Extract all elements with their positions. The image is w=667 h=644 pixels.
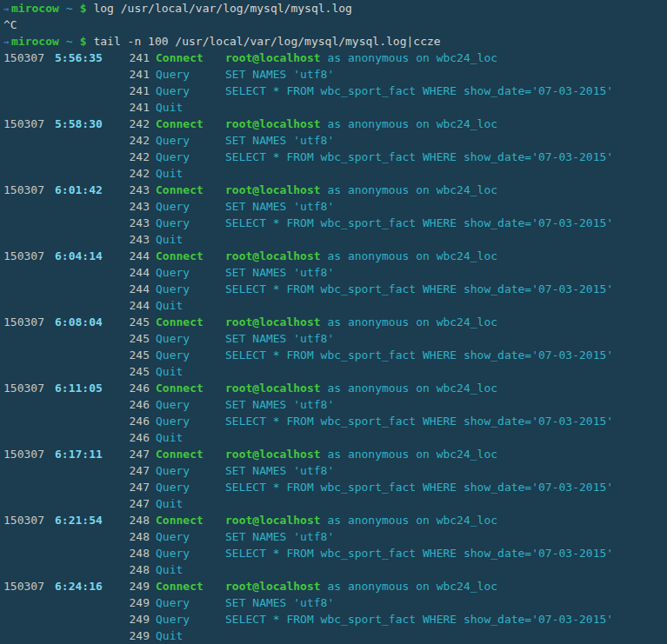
log-thread-id: 248 [129,512,150,528]
log-thread-id: 249 [129,611,150,627]
log-line: 245QuerySELECT * FROM wbc_sport_fact WHE… [0,347,667,363]
log-thread-id: 241 [129,66,150,83]
log-thread-id: 242 [129,132,150,149]
log-thread-id: 242 [129,116,150,132]
log-command: Query [156,396,225,413]
log-line: 247Quit [0,495,667,512]
log-connect-user: root@localhost [225,448,321,461]
log-command: Query [156,149,225,165]
log-thread-id: 243 [129,231,150,248]
terminal-window[interactable]: →mirocow~$log /usr/local/var/log/mysql/m… [0,0,667,644]
log-thread-id: 247 [129,462,150,479]
log-time: 6:04:14 [55,248,129,264]
log-connect-user: root@localhost [225,117,321,130]
log-connect-user: root@localhost [225,183,321,196]
log-line: 1503076:17:11247Connectroot@localhost as… [0,446,667,462]
log-thread-id: 247 [129,446,150,462]
log-thread-id: 242 [129,165,150,182]
log-thread-id: 245 [129,314,150,330]
log-line: 1503076:11:05246Connectroot@localhost as… [0,380,667,396]
log-command: Query [156,330,225,347]
log-command: Quit [156,561,225,578]
prompt-arrow-icon: → [3,1,11,17]
log-connect-user: root@localhost [225,315,321,329]
log-line: 246QuerySELECT * FROM wbc_sport_fact WHE… [0,413,667,429]
log-thread-id: 244 [129,281,150,297]
log-thread-id: 244 [129,297,150,314]
log-query-text: SELECT * FROM wbc_sport_fact WHERE show_… [225,84,613,97]
log-date: 150307 [3,578,55,594]
prompt-symbol: $ [80,2,87,15]
log-command: Query [156,198,225,215]
log-query-text: SELECT * FROM wbc_sport_fact WHERE show_… [225,547,613,560]
log-connect-detail: as anonymous on wbc24_loc [321,249,498,262]
log-query-text: SET NAMES 'utf8' [225,464,334,477]
log-line: 246QuerySET NAMES 'utf8' [0,396,667,413]
log-line: 243QuerySELECT * FROM wbc_sport_fact WHE… [0,215,667,231]
log-line: 1503075:58:30242Connectroot@localhost as… [0,116,667,132]
log-query-text: SELECT * FROM wbc_sport_fact WHERE show_… [225,481,613,494]
prompt-line-1: →mirocow~$log /usr/local/var/log/mysql/m… [0,0,667,17]
log-command: Connect [156,248,225,264]
log-query-text: SET NAMES 'utf8' [225,266,334,279]
log-command: Query [156,215,225,231]
log-command: Query [156,281,225,297]
log-date: 150307 [3,248,55,264]
log-line: 241QuerySET NAMES 'utf8' [0,66,667,83]
log-line: 242Quit [0,165,667,182]
log-command: Quit [156,429,225,446]
log-query-text: SELECT * FROM wbc_sport_fact WHERE show_… [225,150,613,163]
log-thread-id: 248 [129,528,150,545]
log-command: Query [156,132,225,149]
log-line: 241QuerySELECT * FROM wbc_sport_fact WHE… [0,83,667,99]
command-text-1: log /usr/local/var/log/mysql/mysql.log [93,2,351,15]
log-command: Query [156,479,225,495]
log-time: 6:11:05 [55,380,129,396]
prompt-arrow-icon: → [3,34,11,50]
log-command: Quit [156,297,225,314]
log-thread-id: 249 [129,627,150,644]
log-connect-detail: as anonymous on wbc24_loc [321,117,498,130]
log-date: 150307 [3,182,55,198]
log-line: 241Quit [0,99,667,116]
interrupt-line: ^C [0,17,667,33]
log-command: Query [156,66,225,83]
log-command: Query [156,545,225,561]
prompt-user: mirocow [11,2,59,15]
log-line: 247QuerySET NAMES 'utf8' [0,462,667,479]
log-date: 150307 [3,446,55,462]
log-connect-user: root@localhost [225,580,321,593]
log-line: 242QuerySELECT * FROM wbc_sport_fact WHE… [0,149,667,165]
log-thread-id: 241 [129,83,150,99]
log-thread-id: 241 [129,99,150,116]
log-query-text: SELECT * FROM wbc_sport_fact WHERE show_… [225,216,613,229]
prompt-path: ~ [66,35,73,48]
log-command: Connect [156,50,225,66]
log-time: 6:01:42 [55,182,129,198]
log-thread-id: 244 [129,264,150,281]
log-query-text: SELECT * FROM wbc_sport_fact WHERE show_… [225,415,613,428]
log-connect-detail: as anonymous on wbc24_loc [321,51,498,64]
log-line: 243Quit [0,231,667,248]
log-command: Connect [156,182,225,198]
log-line: 246Quit [0,429,667,446]
log-thread-id: 245 [129,347,150,363]
log-command: Query [156,462,225,479]
log-thread-id: 246 [129,396,150,413]
log-thread-id: 241 [129,50,150,66]
log-thread-id: 245 [129,330,150,347]
log-query-text: SET NAMES 'utf8' [225,398,334,411]
log-line: 244QuerySET NAMES 'utf8' [0,264,667,281]
log-command: Query [156,413,225,429]
log-connect-detail: as anonymous on wbc24_loc [321,183,498,196]
log-line: 1503076:01:42243Connectroot@localhost as… [0,182,667,198]
log-line: 248Quit [0,561,667,578]
prompt-path: ~ [66,2,73,15]
log-thread-id: 246 [129,429,150,446]
log-time: 5:58:30 [55,116,129,132]
log-command: Connect [156,380,225,396]
log-thread-id: 243 [129,215,150,231]
log-command: Query [156,83,225,99]
log-line: 1503076:24:16249Connectroot@localhost as… [0,578,667,594]
log-thread-id: 248 [129,545,150,561]
